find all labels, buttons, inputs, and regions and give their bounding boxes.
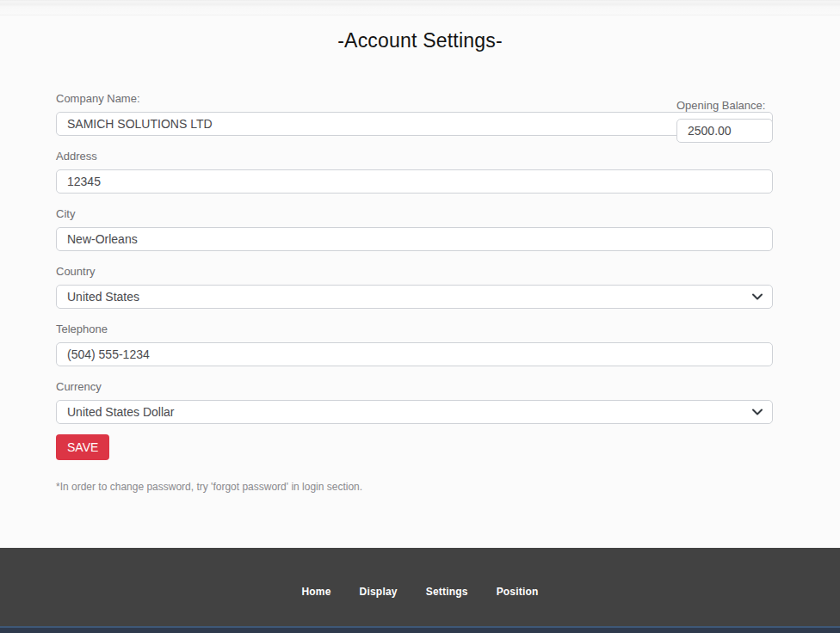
- opening-balance-label: Opening Balance:: [676, 99, 773, 113]
- save-button[interactable]: SAVE: [56, 434, 109, 460]
- password-change-note: *In order to change password, try 'forgo…: [56, 481, 773, 493]
- opening-balance-group: Opening Balance:: [676, 99, 773, 143]
- footer-nav: Home Display Settings Position: [301, 586, 538, 598]
- company-name-input[interactable]: [56, 112, 773, 136]
- city-label: City: [56, 207, 773, 221]
- country-label: Country: [56, 265, 773, 279]
- account-settings-page: -Account Settings- Opening Balance: Comp…: [0, 0, 840, 633]
- telephone-label: Telephone: [56, 323, 773, 336]
- telephone-group: Telephone: [56, 323, 773, 366]
- address-group: Address: [56, 150, 773, 194]
- country-group: Country United States: [56, 265, 773, 309]
- bottom-accent-bar: [0, 626, 840, 633]
- page-title: -Account Settings-: [0, 28, 840, 52]
- footer-link-position[interactable]: Position: [497, 586, 539, 598]
- currency-group: Currency United States Dollar: [56, 380, 773, 424]
- country-select[interactable]: United States: [56, 285, 773, 309]
- footer-link-home[interactable]: Home: [301, 586, 330, 598]
- settings-form: Opening Balance: Company Name: Address C…: [56, 92, 773, 493]
- company-name-label: Company Name:: [56, 92, 773, 106]
- company-name-group: Company Name:: [56, 92, 773, 136]
- city-input[interactable]: [56, 227, 773, 251]
- telephone-input[interactable]: [56, 342, 773, 366]
- opening-balance-input[interactable]: [676, 119, 773, 143]
- footer-link-display[interactable]: Display: [360, 586, 398, 598]
- footer-link-settings[interactable]: Settings: [426, 586, 468, 598]
- currency-select[interactable]: United States Dollar: [56, 400, 773, 424]
- city-group: City: [56, 207, 773, 251]
- address-label: Address: [56, 150, 773, 163]
- top-strip: [0, 0, 840, 15]
- main-content: -Account Settings- Opening Balance: Comp…: [0, 15, 840, 548]
- footer: Home Display Settings Position: [0, 548, 840, 626]
- address-input[interactable]: [56, 169, 773, 194]
- currency-label: Currency: [56, 380, 773, 394]
